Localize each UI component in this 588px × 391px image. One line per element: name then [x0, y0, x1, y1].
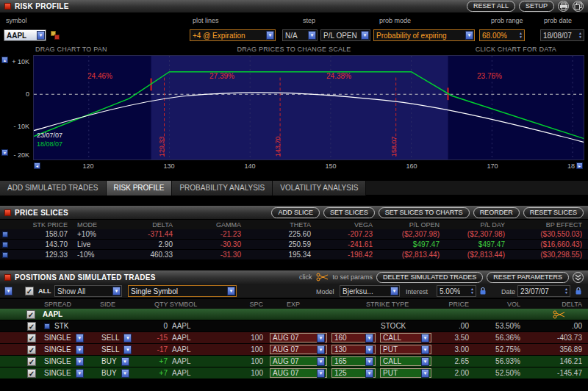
mode-cell[interactable]: +10% — [74, 230, 109, 238]
symbol-filter-combobox[interactable]: Single Symbol ▼ — [128, 285, 237, 297]
chevron-down-icon[interactable]: ▼ — [365, 357, 373, 366]
qty-cell[interactable]: +7 — [143, 369, 169, 377]
mode-cell[interactable]: -10% — [74, 251, 109, 259]
chevron-down-icon[interactable]: ▼ — [317, 334, 325, 342]
qty-cell[interactable]: 0 — [143, 322, 169, 330]
collapse-section-button[interactable] — [573, 272, 584, 283]
chevron-down-icon[interactable]: ▼ — [361, 31, 369, 40]
all-checkbox[interactable]: ✓ — [25, 287, 34, 295]
chevron-down-icon[interactable]: ▼ — [421, 369, 429, 378]
chevron-down-icon[interactable]: ▼ — [308, 31, 316, 40]
symbol-combobox[interactable]: AAPL ▼ — [4, 29, 46, 41]
chevron-down-icon[interactable]: ▼ — [365, 369, 373, 378]
position-row-option[interactable]: ✓ SINGLE▼ SELL▼ -15 AAPL 100 AUG 07▼ 160… — [0, 332, 588, 344]
tab-risk-profile[interactable]: RISK PROFILE — [107, 181, 173, 196]
chevron-down-icon[interactable]: ▼ — [317, 369, 325, 378]
chevron-down-icon[interactable]: ▼ — [266, 31, 274, 40]
detach-window-button[interactable] — [573, 1, 584, 12]
scissors-icon[interactable] — [553, 310, 566, 319]
chevron-down-icon[interactable]: ▼ — [76, 357, 84, 366]
row-handle-icon[interactable] — [2, 232, 8, 237]
row-checkbox[interactable]: ✓ — [27, 345, 36, 354]
spinner-arrows-icon[interactable]: ▲▼ — [519, 32, 523, 39]
chevron-down-icon[interactable]: ▼ — [76, 369, 84, 378]
tab-volatility-analysis[interactable]: VOLATILITY ANALYSIS — [273, 181, 366, 196]
chevron-down-icon[interactable]: ▼ — [365, 345, 373, 354]
prob-date-spinner[interactable]: 18/08/07 ▲▼ — [540, 29, 584, 41]
set-slices-to-charts-button[interactable]: SET SLICES TO CHARTS — [379, 207, 470, 218]
chevron-down-icon[interactable]: ▼ — [227, 287, 235, 295]
price-slice-row[interactable]: 158.07 +10% -371.44 -21.23 225.60 -207.2… — [0, 229, 588, 240]
step-combobox[interactable]: N/A ▼ — [282, 29, 318, 41]
chevron-down-icon[interactable]: ▼ — [421, 357, 429, 366]
symbol-status-icon[interactable] — [51, 31, 60, 40]
exp-dropdown[interactable]: AUG 07▼ — [270, 333, 327, 342]
mode-cell[interactable]: Live — [74, 240, 109, 248]
chevron-down-icon[interactable]: ▼ — [390, 287, 398, 295]
scroll-up-button[interactable]: ▲ — [1, 57, 8, 63]
row-checkbox[interactable]: ✓ — [27, 357, 36, 366]
spinner-arrows-icon[interactable]: ▲▼ — [578, 32, 582, 39]
setup-button[interactable]: SETUP — [519, 1, 554, 12]
print-button[interactable] — [558, 1, 569, 12]
position-row-option[interactable]: ✓ SINGLE▼ SELL▼ -17 AAPL 100 AUG 07▼ 130… — [0, 344, 588, 356]
risk-profile-chart[interactable]: 24.46% 27.39% 24.38% 23.76% 129.33 143.7… — [33, 55, 584, 160]
add-slice-button[interactable]: ADD SLICE — [271, 207, 320, 218]
date-spinner[interactable]: 23/07/07 ▲▼ — [517, 285, 570, 297]
row-handle-icon[interactable] — [2, 242, 8, 248]
positions-options-icon[interactable]: ▼ — [4, 287, 12, 295]
reset-parameters-button[interactable]: RESET PARAMETERS — [487, 272, 569, 283]
symbol-group-row[interactable]: ✓ AAPL — [0, 309, 588, 320]
row-handle-icon[interactable] — [2, 252, 8, 258]
type-dropdown[interactable]: CALL▼ — [380, 356, 431, 366]
strike-dropdown[interactable]: 160▼ — [331, 333, 376, 342]
spinner-arrows-icon[interactable]: ▲▼ — [470, 287, 474, 295]
type-dropdown[interactable]: PUT▼ — [380, 345, 431, 354]
tab-probability-analysis[interactable]: PROBABILITY ANALYSIS — [172, 181, 273, 196]
reorder-button[interactable]: REORDER — [473, 207, 520, 218]
strike-dropdown[interactable]: 165▼ — [331, 356, 376, 366]
type-dropdown[interactable]: CALL▼ — [380, 333, 431, 342]
chevron-down-icon[interactable]: ▼ — [317, 345, 325, 354]
strike-dropdown[interactable]: 125▼ — [331, 368, 376, 378]
scroll-right-button[interactable]: ► — [576, 162, 583, 169]
reset-all-button[interactable]: RESET ALL — [467, 1, 515, 12]
price-slice-row[interactable]: 143.70 Live 2.90 -30.30 250.59 -241.61 $… — [0, 240, 588, 250]
spinner-arrows-icon[interactable]: ▲▼ — [564, 287, 568, 295]
reset-slices-button[interactable]: RESET SLICES — [523, 207, 584, 218]
qty-cell[interactable]: -15 — [143, 334, 169, 342]
chevron-down-icon[interactable]: ▼ — [121, 357, 129, 366]
plot-lines-combobox[interactable]: +4 @ Expiration ▼ — [190, 29, 276, 41]
position-row-option[interactable]: ✓ SINGLE▼ BUY▼ +7 AAPL 100 AUG 07▼ 165▼ … — [0, 356, 588, 367]
type-dropdown[interactable]: PUT▼ — [380, 368, 431, 378]
prob-mode-combobox[interactable]: Probability of expiring ▼ — [373, 29, 475, 41]
scroll-down-button[interactable]: ▼ — [1, 149, 8, 156]
lock-icon[interactable] — [575, 287, 582, 295]
show-filter-combobox[interactable]: Show All ▼ — [54, 285, 122, 297]
row-checkbox[interactable]: ✓ — [27, 369, 36, 378]
delete-simulated-trades-button[interactable]: DELETE SIMULATED TRADES — [376, 272, 483, 283]
chevron-down-icon[interactable]: ▼ — [123, 334, 132, 342]
chevron-down-icon[interactable]: ▼ — [112, 287, 121, 295]
chevron-down-icon[interactable]: ▼ — [76, 334, 84, 342]
row-checkbox[interactable]: ✓ — [27, 334, 36, 342]
set-slices-button[interactable]: SET SLICES — [323, 207, 375, 218]
scroll-left-button[interactable]: ◄ — [34, 162, 40, 169]
interest-spinner[interactable]: 5.00% ▲▼ — [437, 285, 476, 297]
pl-mode-combobox[interactable]: P/L OPEN ▼ — [320, 29, 370, 41]
row-checkbox[interactable]: ✓ — [27, 322, 36, 331]
chevron-down-icon[interactable]: ▼ — [421, 345, 429, 354]
position-row-stock[interactable]: ✓ STK 0 AAPL STOCK .00 53.50% .00 — [0, 320, 588, 332]
group-checkbox[interactable]: ✓ — [26, 310, 35, 319]
price-slice-row[interactable]: 129.33 -10% 460.33 -31.30 195.34 -198.42… — [0, 250, 588, 260]
lock-icon[interactable] — [479, 287, 487, 295]
chevron-down-icon[interactable]: ▼ — [365, 334, 373, 342]
chevron-down-icon[interactable]: ▼ — [121, 369, 129, 378]
position-row-option[interactable]: ✓ SINGLE▼ BUY▼ +7 AAPL 100 AUG 07▼ 125▼ … — [0, 367, 588, 379]
strike-dropdown[interactable]: 130▼ — [331, 345, 376, 354]
qty-cell[interactable]: -17 — [143, 345, 169, 354]
tab-add-simulated-trades[interactable]: ADD SIMULATED TRADES — [0, 181, 107, 196]
chevron-down-icon[interactable]: ▼ — [123, 345, 132, 354]
chevron-down-icon[interactable]: ▼ — [317, 357, 325, 366]
prob-range-spinner[interactable]: 68.00% ▲▼ — [479, 29, 525, 41]
